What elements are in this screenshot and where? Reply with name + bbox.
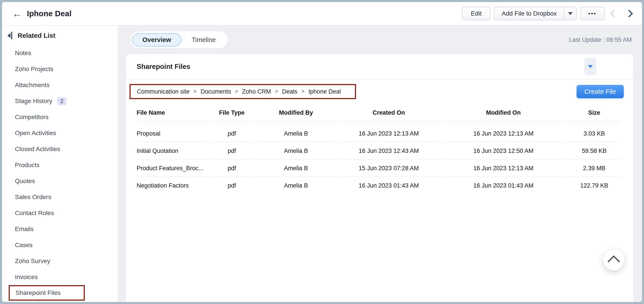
tab-group: Overview Timeline	[130, 31, 228, 48]
sidebar-item-label: Contact Roles	[15, 210, 54, 217]
breadcrumb-item-zoho-crm[interactable]: Zoho CRM	[242, 88, 271, 95]
sidebar-item-label: Quotes	[15, 177, 35, 185]
cell-file-type: pdf	[208, 159, 255, 177]
cell-modified-by: Amelia B	[255, 177, 337, 194]
previous-record-icon[interactable]	[610, 10, 618, 17]
tab-overview[interactable]: Overview	[132, 33, 181, 46]
sidebar-item-label: Cases	[15, 242, 32, 249]
cell-modified-on: 16 Jun 2023 12:13 AM	[441, 159, 566, 177]
caret-down-icon	[588, 65, 593, 68]
sidebar-item-competitors[interactable]: Competitors	[2, 109, 118, 125]
breadcrumb-separator-icon: >	[235, 88, 238, 94]
table-row[interactable]: Initial QuotationpdfAmelia B16 Jun 2023 …	[137, 142, 622, 159]
cell-modified-on: 16 Jun 2023 01:43 AM	[441, 177, 566, 194]
column-header-file-type: File Type	[208, 104, 255, 125]
more-actions-button[interactable]: •••	[580, 7, 604, 20]
create-file-button[interactable]: Create File	[576, 85, 624, 98]
cell-file-name: Initial Quotation	[137, 142, 208, 159]
app-window: ← Iphone Deal Edit Add File to Dropbox •…	[0, 0, 644, 304]
card-toolbar: Communication site>Documents>Zoho CRM>De…	[126, 80, 633, 104]
breadcrumb-item-communication-site[interactable]: Communication site	[137, 88, 190, 95]
sidebar-item-open-activities[interactable]: Open Activities	[2, 125, 118, 141]
cell-file-name: Negotiation Factors	[137, 177, 208, 194]
back-arrow-icon: ←	[12, 9, 22, 18]
cell-modified-on: 16 Jun 2023 12:50 AM	[441, 142, 566, 159]
column-header-modified-by: Modified By	[255, 104, 337, 125]
sidebar-item-invoices[interactable]: Invoices	[2, 269, 118, 285]
column-header-size: Size	[566, 104, 622, 125]
column-header-modified-on: Modified On	[441, 104, 566, 125]
add-file-to-dropbox-button[interactable]: Add File to Dropbox	[494, 7, 564, 20]
cell-modified-by: Amelia B	[255, 142, 337, 159]
cell-created-on: 16 Jun 2023 01:43 AM	[337, 177, 440, 194]
scroll-to-top-button[interactable]	[603, 250, 624, 271]
tab-timeline[interactable]: Timeline	[181, 33, 226, 47]
sidebar-item-label: Zoho Survey	[15, 258, 50, 265]
cell-file-name: Product Features_Broc...	[137, 159, 208, 177]
cell-size: 3.03 KB	[566, 125, 622, 142]
annotation-box-breadcrumb: Communication site>Documents>Zoho CRM>De…	[130, 84, 356, 99]
breadcrumb-separator-icon: >	[194, 88, 196, 94]
add-file-to-dropbox-split-button: Add File to Dropbox	[494, 7, 576, 20]
cell-modified-by: Amelia B	[255, 125, 337, 142]
cell-file-type: pdf	[208, 177, 255, 194]
table-row[interactable]: Negotiation FactorspdfAmelia B16 Jun 202…	[137, 177, 622, 194]
chevron-up-icon	[608, 255, 620, 268]
card-options-dropdown-button[interactable]	[584, 58, 596, 75]
next-record-icon[interactable]	[625, 10, 633, 17]
sidebar-item-label: Closed Activities	[15, 146, 60, 153]
cell-modified-on: 16 Jun 2023 12:13 AM	[441, 125, 566, 142]
breadcrumb-separator-icon: >	[275, 88, 278, 94]
related-list-header: Related List	[2, 32, 118, 39]
sidebar-item-label: Invoices	[15, 274, 38, 281]
table-row[interactable]: Product Features_Broc...pdfAmelia B15 Ju…	[137, 159, 622, 177]
sidebar-item-sales-orders[interactable]: Sales Orders	[2, 189, 118, 205]
sidebar-item-label: Stage History	[15, 98, 52, 105]
table-header-row: File NameFile TypeModified ByCreated OnM…	[137, 104, 622, 125]
sidebar-item-label: Competitors	[15, 114, 48, 121]
record-navigation	[611, 11, 632, 16]
sidebar-item-quotes[interactable]: Quotes	[2, 173, 118, 189]
related-list-sidebar: Related List NotesZoho ProjectsAttachmen…	[2, 25, 118, 302]
sidebar-item-products[interactable]: Products	[2, 157, 118, 173]
page-title: Iphone Deal	[27, 9, 72, 18]
table-row[interactable]: ProposalpdfAmelia B16 Jun 2023 12:13 AM1…	[137, 125, 622, 142]
sidebar-item-label: Sales Orders	[15, 193, 51, 201]
sidebar-item-zoho-projects[interactable]: Zoho Projects	[2, 61, 118, 77]
sidebar-item-cases[interactable]: Cases	[2, 237, 118, 253]
edit-button[interactable]: Edit	[462, 7, 490, 20]
sidebar-item-sharepoint-files[interactable]: Sharepoint Files	[9, 285, 85, 301]
back-button[interactable]: ←	[11, 8, 23, 19]
add-file-to-dropbox-dropdown-button[interactable]	[564, 7, 576, 20]
sidebar-item-contact-roles[interactable]: Contact Roles	[2, 205, 118, 221]
sidebar-item-label: Products	[15, 161, 40, 169]
sharepoint-files-card: Sharepoint Files Communication site>Docu…	[126, 54, 633, 302]
cell-file-type: pdf	[208, 125, 255, 142]
top-bar-actions: Edit Add File to Dropbox •••	[462, 7, 632, 20]
cell-created-on: 15 Jun 2023 07:28 AM	[337, 159, 440, 177]
caret-down-icon	[568, 12, 572, 15]
sidebar-item-label: Attachments	[15, 82, 50, 89]
related-list: NotesZoho ProjectsAttachmentsStage Histo…	[2, 45, 118, 301]
breadcrumb-item-documents[interactable]: Documents	[201, 88, 231, 95]
cell-file-type: pdf	[208, 142, 255, 159]
main-content: Overview Timeline Last Update : 06:55 AM…	[118, 25, 642, 302]
breadcrumb-item-deals[interactable]: Deals	[282, 88, 298, 95]
breadcrumb-item-iphone-deal[interactable]: Iphone Deal	[308, 88, 341, 95]
breadcrumb-separator-icon: >	[302, 88, 304, 94]
collapse-sidebar-icon[interactable]	[7, 32, 12, 39]
sidebar-item-stage-history[interactable]: Stage History2	[2, 93, 118, 109]
sidebar-item-label: Sharepoint Files	[16, 289, 60, 297]
card-header: Sharepoint Files	[126, 54, 633, 80]
collapse-bar	[11, 32, 12, 39]
sidebar-item-label: Open Activities	[15, 130, 56, 137]
sidebar-item-attachments[interactable]: Attachments	[2, 77, 118, 93]
sidebar-item-notes[interactable]: Notes	[2, 45, 118, 61]
breadcrumb: Communication site>Documents>Zoho CRM>De…	[137, 88, 341, 95]
sidebar-item-emails[interactable]: Emails	[2, 221, 118, 237]
cell-modified-by: Amelia B	[255, 159, 337, 177]
file-table: File NameFile TypeModified ByCreated OnM…	[126, 104, 633, 194]
sidebar-item-closed-activities[interactable]: Closed Activities	[2, 141, 118, 157]
sidebar-item-label: Zoho Projects	[15, 66, 54, 73]
sidebar-item-zoho-survey[interactable]: Zoho Survey	[2, 253, 118, 269]
